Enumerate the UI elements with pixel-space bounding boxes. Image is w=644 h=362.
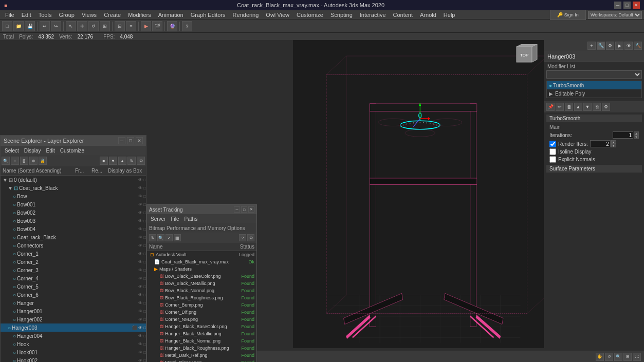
at-item-vault[interactable]: ⊡ Autodesk Vault Logged	[147, 251, 256, 258]
list-item[interactable]: ○ Corner_3 👁□	[1, 266, 146, 274]
iterations-up-button[interactable]: ▲	[634, 131, 639, 135]
explicit-normals-checkbox[interactable]	[549, 156, 556, 163]
render-iters-checkbox[interactable]	[549, 141, 556, 147]
menu-edit[interactable]: Edit	[19, 11, 34, 18]
at-maximize-button[interactable]: □	[241, 206, 247, 213]
modifier-turbosmooth[interactable]: ● TurboSmooth	[547, 81, 641, 89]
minimize-button[interactable]: ─	[614, 2, 621, 9]
at-item-map[interactable]: 🖼 Bow_Black_Roughness.png Found	[147, 294, 256, 301]
menu-modifiers[interactable]: Modifiers	[125, 11, 154, 18]
navigation-cube[interactable]: TOP	[514, 44, 540, 70]
list-item[interactable]: ○ Corner_6 👁□	[1, 291, 146, 299]
mod-move-up-button[interactable]: ▲	[574, 103, 582, 111]
at-item-map[interactable]: 🖼 Hanger_Black_Normal.png Found	[147, 337, 256, 345]
se-maximize-button[interactable]: □	[127, 137, 134, 144]
se-highlight-button[interactable]: ■	[100, 157, 108, 165]
menu-tools[interactable]: Tools	[35, 11, 55, 18]
menu-graph-editors[interactable]: Graph Editors	[188, 11, 229, 18]
menu-interactive[interactable]: Interactive	[357, 11, 389, 18]
mirror-button[interactable]: ⊟	[115, 21, 125, 31]
se-menu-customize[interactable]: Customize	[58, 147, 86, 154]
menu-arnold[interactable]: Arnold	[417, 11, 439, 18]
align-button[interactable]: ≡	[126, 21, 136, 31]
list-item[interactable]: ○ Bow003 👁□	[1, 217, 146, 225]
list-item[interactable]: ○ Hanger001 👁□	[1, 307, 146, 315]
at-help-button[interactable]: ?	[239, 234, 246, 241]
object-name-input[interactable]	[547, 53, 641, 60]
se-menu-select[interactable]: Select	[3, 147, 21, 154]
select-button[interactable]: ↖	[66, 21, 76, 31]
at-table-view-button[interactable]: ▦	[174, 234, 181, 241]
rp-modify-button[interactable]: 🔧	[597, 42, 605, 50]
at-close-button[interactable]: ✕	[248, 206, 254, 213]
menu-content[interactable]: Content	[390, 11, 416, 18]
at-item-map[interactable]: 🖼 Metal_Dark_Ref.png Found	[147, 352, 256, 359]
save-button[interactable]: 💾	[25, 21, 35, 31]
list-item[interactable]: ▼ ⊟ 0 (default) 👁□	[1, 176, 146, 184]
se-search-button[interactable]: 🔍	[2, 157, 10, 165]
pan-button[interactable]: ✋	[596, 353, 604, 361]
list-item[interactable]: ○ Hanger 👁□	[1, 299, 146, 307]
se-expand-button[interactable]: ▼	[109, 157, 117, 165]
zoom-button[interactable]: 🔍	[614, 353, 622, 361]
menu-scripting[interactable]: Scripting	[327, 11, 356, 18]
open-button[interactable]: 📁	[13, 21, 24, 31]
at-find-button[interactable]: 🔍	[157, 234, 164, 241]
menu-views[interactable]: Views	[79, 11, 100, 18]
se-lock-button[interactable]: 🔒	[39, 157, 47, 165]
at-settings-button[interactable]: ⚙	[247, 234, 254, 241]
render-button[interactable]: ▶	[141, 21, 151, 31]
se-refresh-button[interactable]: ↻	[127, 157, 136, 165]
undo-button[interactable]: ↩	[40, 21, 50, 31]
menu-animation[interactable]: Animation	[155, 11, 187, 18]
rotate-button[interactable]: ↺	[88, 21, 99, 31]
menu-customize[interactable]: Customize	[293, 11, 326, 18]
render-iters-up-button[interactable]: ▲	[611, 140, 616, 144]
menu-owl-view[interactable]: Owl View	[263, 11, 292, 18]
at-item-map[interactable]: 🖼 Bow_Black_Normal.png Found	[147, 287, 256, 294]
list-item[interactable]: ○ Hook 👁□	[1, 340, 146, 348]
menu-create[interactable]: Create	[101, 11, 124, 18]
viewport-panel[interactable]: [ + ] [Perspective] [ User Defined ] [Ed…	[293, 40, 544, 348]
menu-rendering[interactable]: Rendering	[230, 11, 262, 18]
iterations-input[interactable]	[613, 131, 633, 139]
menu-group[interactable]: Group	[56, 11, 78, 18]
new-button[interactable]: □	[2, 21, 12, 31]
mod-move-down-button[interactable]: ▼	[583, 103, 592, 111]
at-item-main-file[interactable]: 📄 Coat_rack_Black_max_vray.max Ok	[147, 258, 256, 265]
list-item[interactable]: ▼ ⊡ Coat_rack_Black 👁□	[1, 184, 146, 192]
se-menu-edit[interactable]: Edit	[44, 147, 57, 154]
list-item[interactable]: ○ Bow002 👁□	[1, 208, 146, 217]
at-minimize-button[interactable]: ─	[234, 206, 240, 213]
rp-motion-button[interactable]: ▶	[615, 42, 623, 50]
menu-file[interactable]: File	[2, 11, 17, 18]
mod-pin-button[interactable]: 📌	[546, 103, 555, 111]
list-item[interactable]: ○ Corner_4 👁□	[1, 274, 146, 282]
maximize-button[interactable]: □	[623, 2, 631, 9]
at-item-maps-folder[interactable]: ▶ Maps / Shaders	[147, 265, 256, 273]
at-menu-paths[interactable]: Paths	[183, 216, 199, 222]
modifier-dropdown[interactable]	[546, 70, 642, 79]
list-item[interactable]: ○ Bow004 👁□	[1, 225, 146, 233]
at-menu-server[interactable]: Server	[149, 216, 167, 222]
mod-edit-button[interactable]: ✏	[556, 103, 564, 111]
menu-help[interactable]: Help	[440, 11, 458, 18]
list-item[interactable]: ○ Coat_rack_Black 👁□	[1, 233, 146, 241]
at-item-map[interactable]: 🖼 Corner_Bump.png Found	[147, 301, 256, 309]
list-item[interactable]: ○ Connectors 👁□	[1, 241, 146, 250]
at-item-map[interactable]: 🖼 Bow_Black_Metallic.png Found	[147, 280, 256, 287]
at-item-map[interactable]: 🖼 Metal_Glossy.png Found	[147, 359, 256, 362]
isoline-checkbox[interactable]	[549, 148, 556, 155]
window-controls[interactable]: ─ □ ✕	[614, 2, 640, 9]
workspace-select[interactable]: Workspaces: Default	[588, 11, 642, 19]
at-item-map[interactable]: 🖼 Hanger_Black_BaseColor.png Found	[147, 323, 256, 330]
list-item[interactable]: ○ Hanger002 👁□	[1, 315, 146, 323]
mod-configure-button[interactable]: ⚙	[602, 103, 610, 111]
scene-explorer-controls[interactable]: ─ □ ✕	[118, 137, 143, 144]
modifier-editable-poly[interactable]: ▶ Editable Poly	[547, 89, 641, 98]
se-close-button[interactable]: ✕	[136, 137, 143, 144]
se-delete-button[interactable]: 🗑	[20, 157, 28, 165]
mod-delete-button[interactable]: 🗑	[565, 103, 573, 111]
render-iters-input[interactable]	[590, 140, 611, 147]
rp-display-button[interactable]: 👁	[624, 42, 633, 50]
